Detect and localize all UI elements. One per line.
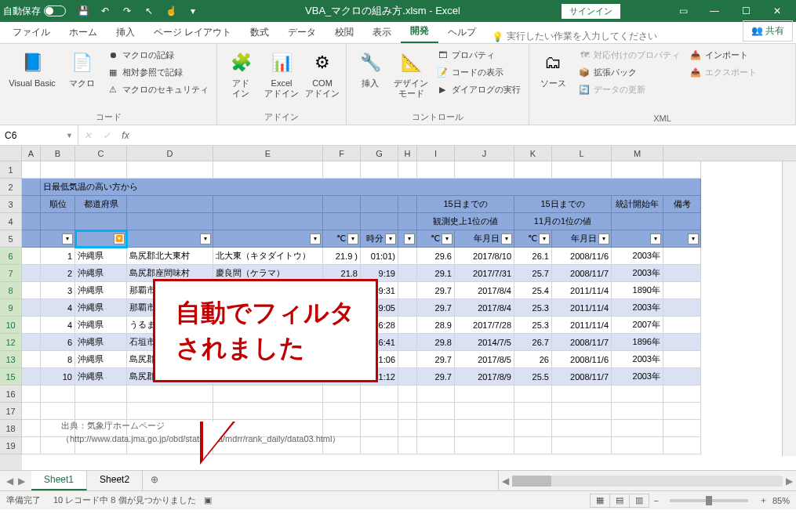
- row-header[interactable]: 19: [0, 437, 22, 454]
- cell[interactable]: [213, 385, 323, 403]
- cell[interactable]: 28.9: [417, 317, 455, 334]
- cell[interactable]: 2003年: [612, 299, 663, 317]
- cell[interactable]: [398, 351, 417, 368]
- cell[interactable]: ▾: [127, 230, 213, 248]
- export-button[interactable]: 📤エクスポート: [686, 64, 760, 80]
- cell[interactable]: [22, 196, 41, 213]
- sheet-nav-first-icon[interactable]: ◀: [6, 476, 13, 487]
- properties-button[interactable]: 🗔プロパティ: [433, 47, 524, 63]
- undo-icon[interactable]: ↶: [96, 2, 114, 20]
- cell[interactable]: [213, 196, 323, 213]
- ribbon-options-icon[interactable]: ▭: [667, 0, 699, 22]
- cell[interactable]: 2017/8/5: [455, 351, 514, 368]
- design-mode-button[interactable]: 📐デザイン モード: [392, 47, 430, 110]
- cell[interactable]: [612, 403, 663, 420]
- cell[interactable]: [22, 248, 41, 265]
- macro-button[interactable]: 📄 マクロ: [63, 47, 100, 110]
- cell[interactable]: [663, 213, 701, 230]
- cell[interactable]: 2011/11/4: [552, 282, 612, 299]
- cell[interactable]: [663, 265, 701, 282]
- cell[interactable]: 11月の1位の値: [514, 213, 612, 230]
- row-header[interactable]: 9: [0, 299, 22, 317]
- cell[interactable]: 沖縄県: [75, 351, 127, 368]
- cell[interactable]: [22, 368, 41, 385]
- cell[interactable]: [612, 213, 663, 230]
- cell[interactable]: [455, 437, 514, 454]
- cell[interactable]: 6: [41, 334, 75, 351]
- cell[interactable]: ▾: [612, 230, 663, 248]
- row-header[interactable]: 12: [0, 334, 22, 351]
- column-header[interactable]: B: [41, 146, 75, 161]
- maximize-icon[interactable]: ☐: [730, 0, 761, 22]
- cell[interactable]: 29.1: [417, 265, 455, 282]
- cell[interactable]: 29.7: [417, 299, 455, 317]
- cell[interactable]: [514, 437, 552, 454]
- cell[interactable]: [22, 179, 41, 196]
- cell[interactable]: 29.7: [417, 282, 455, 299]
- row-header[interactable]: 7: [0, 265, 22, 282]
- cell[interactable]: 年月日▾: [552, 230, 612, 248]
- cell[interactable]: 2017/8/9: [455, 368, 514, 385]
- cell[interactable]: 25.7: [514, 265, 552, 282]
- cell[interactable]: [41, 403, 75, 420]
- cell[interactable]: 25.3: [514, 299, 552, 317]
- zoom-in-icon[interactable]: ＋: [759, 494, 768, 506]
- cell[interactable]: 島尻郡北大東村: [127, 248, 213, 265]
- cell[interactable]: [361, 161, 398, 179]
- cell[interactable]: [127, 403, 213, 420]
- horizontal-scrollbar[interactable]: ◀ ▶: [498, 471, 796, 490]
- cell[interactable]: [22, 403, 41, 420]
- filter-button[interactable]: ▾: [385, 233, 396, 244]
- row-header[interactable]: 16: [0, 385, 22, 403]
- fx-icon[interactable]: fx: [116, 130, 135, 141]
- cell[interactable]: [22, 299, 41, 317]
- cell[interactable]: ▾: [41, 230, 75, 248]
- cell[interactable]: [455, 161, 514, 179]
- cell[interactable]: 10: [41, 368, 75, 385]
- autosave-toggle[interactable]: 自動保存: [3, 5, 66, 18]
- cell[interactable]: [398, 317, 417, 334]
- cell[interactable]: 1: [41, 248, 75, 265]
- cell[interactable]: [612, 437, 663, 454]
- cell[interactable]: [417, 161, 455, 179]
- page-break-view-icon[interactable]: ▥: [629, 494, 649, 508]
- cell[interactable]: [22, 351, 41, 368]
- cell[interactable]: 日最低気温の高い方から: [41, 179, 701, 196]
- zoom-slider[interactable]: [670, 499, 748, 502]
- cell[interactable]: [22, 385, 41, 403]
- cell[interactable]: 沖縄県: [75, 317, 127, 334]
- tell-me-search[interactable]: 💡 実行したい作業を入力してください: [492, 30, 657, 43]
- import-button[interactable]: 📥インポート: [686, 47, 760, 63]
- cell[interactable]: [398, 299, 417, 317]
- cell[interactable]: 2017/7/28: [455, 317, 514, 334]
- cell[interactable]: [663, 299, 701, 317]
- cell[interactable]: [361, 437, 398, 454]
- cell[interactable]: 2017/8/10: [455, 248, 514, 265]
- cell[interactable]: [417, 420, 455, 437]
- cell[interactable]: [398, 368, 417, 385]
- column-header[interactable]: D: [127, 146, 213, 161]
- cell[interactable]: [323, 213, 361, 230]
- cell[interactable]: [398, 248, 417, 265]
- tab-formulas[interactable]: 数式: [241, 22, 278, 43]
- cell[interactable]: 観測史上1位の値: [417, 213, 514, 230]
- cell[interactable]: [22, 230, 41, 248]
- row-header[interactable]: 6: [0, 248, 22, 265]
- cell[interactable]: [398, 282, 417, 299]
- column-header[interactable]: C: [75, 146, 127, 161]
- com-addins-button[interactable]: ⚙COM アドイン: [303, 47, 341, 110]
- row-header[interactable]: 17: [0, 403, 22, 420]
- macro-record-status-icon[interactable]: ▣: [204, 495, 212, 505]
- cell[interactable]: [323, 161, 361, 179]
- tab-file[interactable]: ファイル: [3, 22, 60, 43]
- cell[interactable]: 29.7: [417, 368, 455, 385]
- normal-view-icon[interactable]: ▦: [590, 494, 610, 508]
- cell[interactable]: 沖縄県: [75, 299, 127, 317]
- cell[interactable]: [455, 403, 514, 420]
- view-code-button[interactable]: 📝コードの表示: [433, 64, 524, 80]
- cell[interactable]: [323, 403, 361, 420]
- cell[interactable]: [612, 385, 663, 403]
- sheet-tab-2[interactable]: Sheet2: [87, 471, 143, 490]
- cell[interactable]: [127, 385, 213, 403]
- cell[interactable]: [663, 351, 701, 368]
